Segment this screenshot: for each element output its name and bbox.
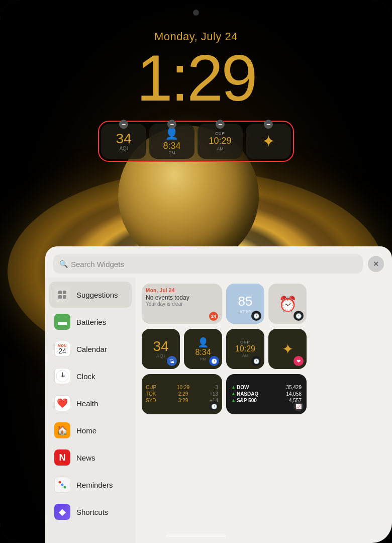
sparkle-icon: ✦ [262, 132, 275, 151]
svg-point-7 [62, 376, 63, 377]
stock-value-1: 14,058 [286, 391, 302, 397]
health-icon: ❤️ [54, 395, 70, 411]
stock-name-2: ▲S&P 500 [231, 398, 257, 403]
clock-icon-area: 👤 8:34 PM [163, 127, 180, 155]
wc-time-2: 3:29 [178, 398, 188, 403]
grid-row-1: Mon, Jul 24 No events today Your day is … [142, 284, 386, 324]
grid-aqi-widget[interactable]: 34 AQI 🌤 [142, 329, 180, 369]
reminders-icon [54, 477, 70, 493]
clock2-person-icon: 👤 [198, 337, 209, 348]
camera-notch [193, 10, 199, 16]
weather-range: 67 88 [240, 309, 251, 314]
grid-calendar-widget[interactable]: Mon, Jul 24 No events today Your day is … [142, 284, 222, 324]
cal-date-badge: 24 [209, 312, 218, 321]
sidebar-item-clock[interactable]: Clock [49, 363, 132, 389]
home-bar [166, 534, 226, 537]
widget-grid-area: Mon, Jul 24 No events today Your day is … [136, 278, 392, 543]
sidebar-clock-label: Clock [76, 372, 95, 381]
grid-clock2-widget[interactable]: 👤 8:34 PM 🕐 [184, 329, 222, 369]
grid-aqi-label: AQI [156, 353, 166, 358]
news-icon: N [54, 449, 70, 466]
cup-ampm: AM [217, 146, 224, 151]
lockscreen-content: Monday, July 24 1:29 − 34 AQI − 👤 8:34 P… [0, 30, 392, 162]
sidebar-batteries-label: Batteries [76, 318, 106, 326]
svg-rect-2 [58, 295, 62, 299]
wc-time-1: 2:29 [178, 391, 188, 397]
sidebar-item-shortcuts[interactable]: ◆ Shortcuts [49, 499, 132, 525]
sidebar-home-label: Home [76, 426, 96, 435]
sidebar-health-label: Health [76, 399, 98, 408]
cal-body: No events today [146, 294, 189, 301]
grid-alarm-widget[interactable]: ⏰ 🕐 [268, 284, 307, 324]
clock-ampm: PM [168, 150, 175, 155]
grid-stocks-widget[interactable]: ▲DOW 35,429 ▲NASDAQ 14,058 ▲S&P 500 4,55… [226, 374, 307, 414]
cup2-ampm: AM [242, 353, 248, 358]
sidebar-item-health[interactable]: ❤️ Health [49, 390, 132, 416]
clock-minus-button[interactable]: − [167, 120, 176, 129]
suggestions-icon [54, 287, 70, 303]
aqi-minus-button[interactable]: − [119, 120, 128, 129]
wc-offset-1: +13 [203, 391, 218, 397]
search-icon: 🔍 [59, 260, 68, 268]
calendar-icon: MON 24 [54, 341, 70, 357]
sidebar-item-home[interactable]: 🏠 Home [49, 417, 132, 443]
sheet-panel: 🔍 Search Widgets ✕ S [45, 246, 392, 543]
svg-point-8 [59, 481, 61, 484]
wc-row-2: SYD 3:29 +14 [146, 398, 218, 403]
sidebar-news-label: News [76, 454, 95, 462]
clock2-badge: 🕐 [209, 356, 219, 366]
home-icon: 🏠 [54, 422, 70, 438]
aqi-value: 34 [116, 132, 131, 146]
svg-rect-0 [58, 291, 62, 294]
weather-clock-badge: 🕐 [251, 311, 261, 321]
sidebar-shortcuts-label: Shortcuts [76, 508, 108, 516]
grid-sparkle2-widget[interactable]: ✦ ❤ [268, 329, 307, 369]
sidebar-calendar-label: Calendar [76, 345, 107, 353]
grid-worldclocks-widget[interactable]: CUP 10:29 -3 TOK 2:29 +13 SYD 3:29 + [142, 374, 222, 414]
sidebar-item-batteries[interactable]: ▬ Batteries [49, 309, 132, 335]
stock-row-2: ▲S&P 500 4,557 [231, 398, 302, 403]
time-display: 1:29 [136, 45, 255, 111]
cup-time: 10:29 [209, 136, 231, 146]
grid-row-3: CUP 10:29 -3 TOK 2:29 +13 SYD 3:29 + [142, 374, 386, 414]
search-placeholder: Search Widgets [71, 260, 124, 268]
sidebar-item-suggestions[interactable]: Suggestions [49, 282, 132, 308]
wc-offset-0: -3 [203, 385, 218, 390]
sheet-body: Suggestions ▬ Batteries MON 24 Calendar [45, 278, 392, 543]
alarm-icon: ⏰ [278, 295, 297, 313]
person-icon: 👤 [165, 127, 178, 140]
svg-point-9 [61, 484, 64, 486]
aqi-widget[interactable]: − 34 AQI [101, 124, 146, 159]
aqi-weather-badge: 🌤 [167, 356, 177, 366]
sidebar-item-news[interactable]: N News [49, 444, 132, 471]
cup2-label: CUP [240, 340, 250, 344]
search-bar[interactable]: 🔍 Search Widgets [53, 254, 363, 274]
clock-person-widget[interactable]: − 👤 8:34 PM [149, 124, 194, 159]
sidebar-reminders-label: Reminders [76, 481, 113, 489]
weather-value: 85 [238, 294, 253, 309]
widget-row-container[interactable]: − 34 AQI − 👤 8:34 PM − CUP 10:29 AM [98, 121, 294, 162]
sparkle-widget[interactable]: − ✦ [246, 124, 291, 159]
cup-minus-button[interactable]: − [216, 120, 225, 129]
aqi-label: AQI [119, 146, 128, 151]
wc-city-1: TOK [146, 391, 163, 397]
stock-name-1: ▲NASDAQ [231, 391, 258, 397]
stock-row-0: ▲DOW 35,429 [231, 385, 302, 390]
grid-cup2-widget[interactable]: CUP 10:29 AM 🕐 [226, 329, 264, 369]
close-button[interactable]: ✕ [368, 256, 384, 272]
wc-clock-badge: 🕐 [209, 401, 219, 411]
grid-aqi-value: 34 [153, 339, 168, 353]
batteries-icon: ▬ [54, 314, 70, 330]
sidebar-item-reminders[interactable]: Reminders [49, 472, 132, 498]
sparkle-minus-button[interactable]: − [264, 120, 273, 129]
sidebar-item-calendar[interactable]: MON 24 Calendar [49, 336, 132, 362]
wc-city-0: CUP [146, 385, 163, 390]
sheet-header: 🔍 Search Widgets ✕ [45, 246, 392, 278]
grid-weather-widget[interactable]: 85 67 88 🕐 [226, 284, 264, 324]
stock-value-0: 35,429 [286, 385, 302, 390]
sidebar: Suggestions ▬ Batteries MON 24 Calendar [45, 278, 136, 543]
stocks-badge: 📈 [293, 401, 304, 411]
sidebar-suggestions-label: Suggestions [76, 291, 118, 299]
clock-icon [54, 368, 70, 384]
cup-widget[interactable]: − CUP 10:29 AM [198, 124, 243, 159]
